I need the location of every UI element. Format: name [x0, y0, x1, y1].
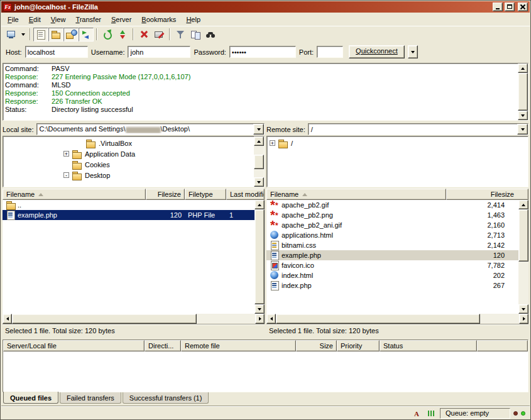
column-header-priority[interactable]: Priority: [337, 340, 380, 351]
host-input[interactable]: [25, 46, 88, 58]
local-list-hscrollbar[interactable]: [3, 314, 265, 324]
file-row[interactable]: bitnami.css2,142: [266, 240, 518, 250]
process-queue-button[interactable]: [115, 28, 130, 41]
scroll-right-button[interactable]: [519, 314, 528, 324]
file-row[interactable]: index.html202: [266, 270, 518, 280]
remote-list-hscrollbar[interactable]: [266, 314, 528, 324]
local-tree-icon: [50, 29, 62, 40]
css-file-icon: [270, 241, 280, 250]
column-header-filename[interactable]: Filename: [266, 189, 446, 200]
file-row-selected[interactable]: example.php 120 PHP File 1: [3, 210, 255, 220]
file-row[interactable]: favicon.ico7,782: [266, 260, 518, 270]
username-input[interactable]: [128, 46, 190, 58]
tree-item[interactable]: +Application Data: [3, 148, 254, 159]
tree-item[interactable]: -Desktop: [3, 170, 254, 180]
remote-site-dropdown-button[interactable]: [517, 124, 528, 135]
menu-server[interactable]: Server: [106, 14, 136, 25]
chevron-down-icon: [521, 128, 525, 131]
column-header-size[interactable]: Size: [296, 340, 337, 351]
scrollbar-thumb[interactable]: [12, 314, 197, 324]
column-header-remote-file[interactable]: Remote file: [181, 340, 296, 351]
scroll-down-button[interactable]: [518, 304, 528, 314]
column-header-lastmodified[interactable]: Last modified: [226, 189, 265, 200]
scroll-left-button[interactable]: [3, 314, 12, 324]
scrollbar-thumb[interactable]: [276, 314, 480, 324]
scrollbar-thumb[interactable]: [518, 209, 528, 262]
menu-edit[interactable]: Edit: [24, 14, 46, 25]
port-input[interactable]: [317, 46, 343, 58]
tab-failed-transfers[interactable]: Failed transfers: [60, 392, 121, 404]
menu-file[interactable]: File: [3, 14, 24, 25]
filter-button[interactable]: [173, 28, 188, 41]
find-button[interactable]: [203, 28, 218, 41]
minimize-button[interactable]: [493, 3, 503, 11]
remote-list-vscrollbar[interactable]: [518, 200, 528, 314]
close-button[interactable]: [518, 3, 528, 11]
scroll-up-button[interactable]: [518, 200, 528, 209]
tree-item[interactable]: Cookies: [3, 159, 254, 170]
password-input[interactable]: [229, 46, 296, 58]
menu-view[interactable]: View: [46, 14, 71, 25]
log-scrollbar[interactable]: [518, 64, 528, 120]
local-list-vscrollbar[interactable]: [255, 200, 265, 314]
scroll-up-button[interactable]: [518, 64, 528, 73]
quickconnect-dropdown-button[interactable]: [408, 45, 418, 58]
cancel-button[interactable]: [136, 28, 151, 41]
local-site-combobox[interactable]: C:\Documents and Settings\\Desktop\: [36, 123, 265, 135]
scroll-up-button[interactable]: [254, 136, 264, 146]
scroll-up-button[interactable]: [255, 200, 265, 209]
tree-expander-icon[interactable]: +: [63, 151, 69, 157]
tree-expander-icon[interactable]: -: [63, 172, 69, 178]
queue-body[interactable]: [3, 351, 528, 392]
toggle-local-tree-button[interactable]: [48, 28, 63, 41]
toggle-remote-tree-button[interactable]: [63, 28, 79, 41]
file-row[interactable]: apache_pb2.gif2,414: [266, 200, 518, 210]
scrollbar-thumb[interactable]: [518, 73, 528, 111]
local-site-dropdown-button[interactable]: [253, 124, 264, 135]
menu-help[interactable]: Help: [181, 14, 205, 25]
refresh-button[interactable]: [100, 28, 115, 41]
tree-expander-icon[interactable]: +: [270, 140, 275, 146]
toggle-message-log-button[interactable]: [33, 28, 48, 41]
file-row[interactable]: applications.html2,713: [266, 230, 518, 240]
tab-queued-files[interactable]: Queued files: [3, 392, 58, 404]
scroll-down-button[interactable]: [255, 304, 265, 314]
menu-transfer[interactable]: Transfer: [70, 14, 106, 25]
scroll-down-button[interactable]: [518, 111, 528, 120]
scroll-right-button[interactable]: [255, 314, 265, 324]
speed-limit-icon[interactable]: [425, 409, 437, 419]
file-row[interactable]: ..: [3, 200, 255, 210]
quickconnect-button[interactable]: Quickconnect: [349, 45, 405, 58]
toggle-transfer-queue-button[interactable]: [79, 28, 94, 41]
file-row[interactable]: apache_pb2.png1,463: [266, 210, 518, 220]
local-tree-scrollbar[interactable]: [254, 136, 264, 187]
tree-item[interactable]: .VirtualBox: [3, 138, 254, 148]
tree-item[interactable]: +/: [267, 138, 528, 148]
title-bar[interactable]: Fz john@localhost - FileZilla: [1, 1, 530, 13]
transfer-type-ascii-icon[interactable]: A: [411, 409, 422, 419]
column-header-status[interactable]: Status: [380, 340, 477, 351]
compare-button[interactable]: [188, 28, 203, 41]
file-row-selected[interactable]: example.php120: [266, 250, 518, 260]
scrollbar-thumb[interactable]: [254, 155, 264, 169]
column-header-filetype[interactable]: Filetype: [185, 189, 226, 200]
column-header-direction[interactable]: Directi...: [145, 340, 181, 351]
scroll-down-button[interactable]: [254, 177, 264, 187]
scroll-left-button[interactable]: [266, 314, 276, 324]
column-header-filesize[interactable]: Filesize: [446, 189, 528, 200]
maximize-button[interactable]: [505, 3, 515, 11]
site-manager-dropdown-button[interactable]: [19, 28, 27, 41]
remote-site-combobox[interactable]: /: [308, 123, 528, 135]
site-manager-button[interactable]: [4, 28, 19, 41]
column-header-filename[interactable]: Filename: [3, 189, 146, 200]
column-header-server-local-file[interactable]: Server/Local file: [3, 340, 145, 351]
host-label: Host:: [6, 48, 22, 56]
disconnect-button[interactable]: [151, 28, 167, 41]
file-row[interactable]: apache_pb2_ani.gif2,160: [266, 220, 518, 230]
local-panel: Local site: C:\Documents and Settings\\D…: [3, 123, 265, 187]
file-row[interactable]: index.php267: [266, 280, 518, 290]
scrollbar-thumb[interactable]: [255, 209, 265, 304]
tab-successful-transfers[interactable]: Successful transfers (1): [123, 392, 209, 404]
menu-bookmarks[interactable]: Bookmarks: [136, 14, 181, 25]
column-header-filesize[interactable]: Filesize: [146, 189, 185, 200]
